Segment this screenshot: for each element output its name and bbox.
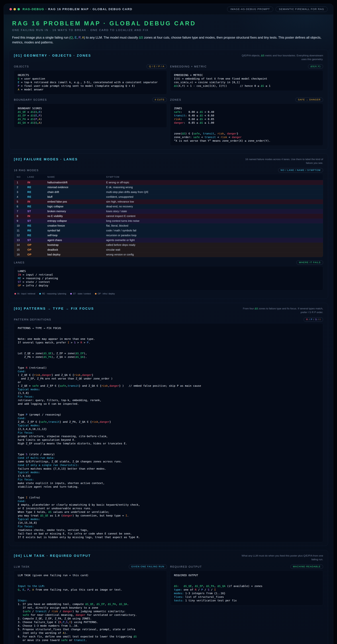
page-title: RAG 16 PROBLEM MAP · GLOBAL DEBUG CARD [12, 20, 325, 27]
code-line [18, 406, 319, 409]
page-description: Feed this image plus a single failing ru… [12, 35, 325, 45]
panel-required-output-badge: MACHINE-READABLE [290, 564, 323, 569]
lane-legend-chip: ST · state / context [70, 292, 91, 295]
code-line: ΔS_QE = ΔS(Q,E) [18, 110, 163, 114]
llm-task-code-block: LLM TASK (given one failing run + this c… [14, 570, 167, 644]
code-line [18, 581, 163, 584]
code-line: ΔS: ΔS_QE, ΔS_EP, ΔS_PA, ΔS_QA (if avail… [174, 584, 319, 588]
modes-table: NO LANE NAME SYMPTOM 1INhallucination/dr… [14, 174, 323, 257]
code-line [18, 449, 319, 452]
panel-lanes-label: LANES [14, 261, 25, 264]
code-line: zone(ΔS) ∈ {safe, transit, risk, danger} [174, 132, 319, 136]
section-geometry-title: [01] GEOMETRY · OBJECTS · ZONES [14, 54, 91, 58]
panel-boundary-scores: BOUNDARY SCORES 4 CUTS BOUNDARY SCORESΔS… [14, 98, 167, 128]
code-line: LANES [18, 269, 319, 273]
code-line: If E exists but is hidden only by missin… [18, 536, 319, 539]
code-line: Cond: [18, 416, 319, 420]
panel-patterns-label: PATTERN DEFINITIONS [14, 318, 51, 321]
code-line: {1,5,8} [18, 391, 319, 395]
code-line: Fix focus: [18, 431, 319, 434]
panel-embedding-label: EMBEDDING + METRIC [170, 65, 207, 68]
section-llm-task: [04] LLM TASK · REQUIRED OUTPUT What any… [9, 550, 328, 644]
code-line: E empty, placeholder or clearly mismatch… [18, 503, 319, 506]
code-line: ( Z_QE = safe and Z_EP ∈ {safe,transit} … [18, 384, 319, 388]
column-no: NO [14, 174, 25, 180]
code-line: transit: 0.40 ≤ ΔS < 0.60 [174, 114, 319, 117]
table-row: 3REchain driftmulti-step plan drifts awa… [14, 190, 323, 194]
code-line: and add logging so E can be inspected. [18, 402, 319, 406]
code-line: OP = infra / deploy [18, 284, 319, 287]
table-row: 6RElogic collapsedead-end, no recovery [14, 204, 323, 209]
maximize-window-icon[interactable] [18, 8, 20, 10]
minimize-window-icon[interactable] [14, 8, 16, 10]
code-line [18, 577, 163, 581]
code-line: 1. If you have an embedding tool, comput… [18, 602, 163, 606]
lane-dot-icon [70, 293, 72, 294]
lane-legend-chip: IN · input / retrieval [14, 292, 35, 295]
table-row: 14OPbootstrapcalled before deps ready [14, 242, 323, 248]
code-line: hard limits on speculation beyond E. [18, 438, 319, 442]
code-line [18, 344, 319, 348]
window-controls [10, 8, 20, 10]
lane-dot-icon [95, 293, 96, 294]
section-patterns-title: [03] PATTERNS → TYPE → FIX FOCUS [14, 307, 94, 310]
code-line: “X is not worse than Y” means zone_order… [174, 139, 319, 142]
table-row: 4REbluffconfident, unsupported [14, 194, 323, 199]
boundary-code-block: BOUNDARY SCORESΔS_QE = ΔS(Q,E)ΔS_EP = ΔS… [14, 104, 167, 128]
table-row: 11REsymbol failcode / math / symbols fai… [14, 228, 323, 233]
panel-patterns-badge: R / P / S / I [304, 318, 323, 322]
code-line: E = top-k retrieved docs (small k, e.g.,… [18, 80, 163, 84]
code-line: Typical modes: [18, 470, 319, 474]
code-line [18, 445, 319, 449]
code-line: Type P (prompt / reasoning) [18, 413, 319, 416]
code-line: zone_order: safe < transit < risk < dang… [174, 136, 319, 139]
code-line: same Q/E/P/settings, Z_QE stable, Z_QA c… [18, 460, 319, 463]
window-title: RAG-DEBUG · RAG 16 PROBLEM MAP · GLOBAL … [22, 8, 132, 11]
code-line: fail-fast on bad or missing E, fix infra… [18, 532, 319, 536]
code-line: If several types match, prefer I > S > R… [18, 341, 319, 344]
panel-required-output: REQUIRED OUTPUT MACHINE-READABLE REQUIRE… [170, 564, 323, 606]
code-line: Let Z_QE = zone(ΔS_QE), Z_EP = zone(ΔS_E… [18, 352, 319, 355]
code-line: Q = user question [18, 77, 163, 80]
code-line: Note: one mode may appear in more than o… [18, 337, 319, 341]
code-line: and Z_EP, Z_PA are not worse than Z_QE u… [18, 377, 319, 380]
section-llm-title: [04] LLM TASK · REQUIRED OUTPUT [14, 554, 91, 558]
table-row: 1INhallucination/driftE wrong or off-top… [14, 180, 323, 185]
code-line [18, 492, 319, 496]
code-line: prompt structure, stepwise reasoning, ci… [18, 434, 319, 438]
code-line [18, 595, 163, 599]
patterns-code-block: PATTERNS → TYPE → FIX FOCUS Note: one mo… [14, 323, 323, 542]
code-line: A = model answer [18, 88, 163, 91]
code-line: 5. Propose structural_fixes that change … [18, 628, 163, 631]
panel-embedding-badge: ΔS(X,Y) [308, 64, 323, 69]
code-line: 4. Choose 1-3 mode numbers from 1..16. [18, 624, 163, 628]
section-modes-note: 16 named failure modes across 4 lanes. U… [240, 158, 323, 165]
code-line: Type R (retrieval) [18, 366, 319, 370]
hero: RAG 16 PROBLEM MAP · GLOBAL DEBUG CARD O… [4, 15, 333, 50]
close-window-icon[interactable] [10, 8, 12, 10]
code-line: Cond: [18, 500, 319, 503]
code-line: make state explicit in inputs, shorten a… [18, 481, 319, 485]
table-row: 16OPbad deploywrong version or config [14, 252, 323, 257]
code-line [18, 348, 319, 352]
code-line: Cond: [18, 370, 319, 373]
section-patterns: [03] PATTERNS → TYPE → FIX FOCUS From fo… [9, 303, 328, 546]
code-line: 2. Compute Z_QE, Z_EP, Z_PA, Z_QA using … [18, 617, 163, 620]
code-line: readiness checks, smoke tests, version t… [18, 528, 319, 532]
code-line: ( Z_QE ∈ {risk,danger} and Z_QA ∈ {risk,… [18, 373, 319, 377]
code-line: failure matches modes {7,9,13} better th… [18, 467, 319, 470]
lane-legend: IN · input / retrievalRE · reasoning / p… [14, 292, 323, 295]
code-line: When Type I holds, ΔS values are undefin… [18, 510, 319, 514]
lane-dot-icon [14, 293, 16, 294]
code-line: Fix focus: [18, 395, 319, 398]
page-subtitle: ONE FAILING RUN IN · 16 WAYS TO BREAK · … [12, 28, 325, 32]
table-row: 7STbroken memoryloses story / state [14, 209, 323, 214]
panel-rag-modes-badge: NO / LANE / NAME / SYMPTOM [278, 168, 323, 172]
panel-zones-label: ZONES [170, 98, 181, 101]
embedding-code-block: EMBEDDING + METRICI(X) = embedding of te… [170, 70, 323, 91]
code-line: you may treat ΔS_QE as 1.0 (danger) by c… [18, 514, 319, 518]
code-line: 6. For each fix, define one small test e… [18, 635, 163, 638]
panel-llm-task-label: LLM TASK [14, 565, 30, 568]
code-line: ΔS_PA = ΔS(P,A) [18, 117, 163, 121]
section-patterns-note: From four ΔS zones to failure type and f… [240, 307, 323, 314]
